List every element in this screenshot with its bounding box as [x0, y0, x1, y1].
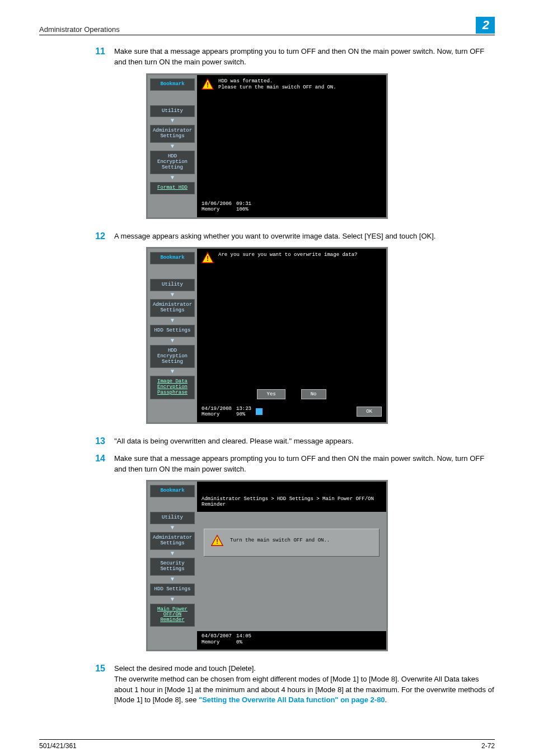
screen2-message: Are you sure you want to overwrite image…: [218, 252, 357, 258]
chapter-number: 2: [476, 17, 495, 34]
sidebar-power-reminder[interactable]: Main Power OFF/ON Reminder: [150, 604, 195, 627]
status-date: 04/19/2008: [202, 406, 232, 412]
sidebar-utility[interactable]: Utility: [150, 279, 195, 291]
status-memory-label: Memory: [202, 640, 232, 645]
sidebar-hdd-encryption[interactable]: HDD Encryption Setting: [150, 345, 195, 368]
sidebar-utility[interactable]: Utility: [150, 105, 195, 118]
step15-line1: Select the desired mode and touch [Delet…: [114, 664, 256, 673]
step-number: 13: [90, 436, 105, 447]
status-date: 04/03/2007: [202, 633, 232, 639]
overwrite-function-link[interactable]: "Setting the Overwrite All Data function…: [199, 696, 385, 704]
screen1-sidebar: Bookmark Utility ▼ Administrator Setting…: [148, 75, 197, 199]
screen3-main: Administrator Settings > HDD Settings > …: [197, 482, 386, 631]
down-arrow-icon: ▼: [150, 525, 195, 531]
message-line1: HDD was formatted.: [218, 78, 336, 85]
screen2-sidebar: Bookmark Utility ▼ Administrator Setting…: [148, 249, 197, 404]
message-line2: Please turn the main switch OFF and ON.: [218, 85, 336, 91]
down-arrow-icon: ▼: [150, 338, 195, 344]
sidebar-hdd-settings[interactable]: HDD Settings: [150, 325, 195, 337]
svg-text:!: !: [215, 538, 219, 547]
step-text: "All data is being overwritten and clear…: [114, 436, 495, 447]
sidebar-admin-settings[interactable]: Administrator Settings: [150, 532, 195, 550]
yes-button[interactable]: Yes: [257, 389, 285, 399]
screen3-statusbar: 04/03/2007 Memory 14:05 0%: [199, 632, 384, 647]
status-time: 14:05: [236, 633, 251, 639]
screen1-message: HDD was formatted. Please turn the main …: [218, 78, 336, 91]
step-text: Make sure that a message appears prompti…: [114, 454, 495, 475]
down-arrow-icon: ▼: [150, 577, 195, 582]
status-memory-label: Memory: [202, 207, 232, 212]
down-arrow-icon: ▼: [150, 369, 195, 375]
status-time: 09:31: [236, 201, 251, 207]
device-screen-1: Bookmark Utility ▼ Administrator Setting…: [146, 73, 388, 219]
step-number: 15: [90, 664, 105, 706]
status-time: 13:23: [236, 406, 251, 412]
step-text: Make sure that a message appears prompti…: [114, 46, 495, 68]
step-text: Select the desired mode and touch [Delet…: [114, 664, 495, 706]
device-screen-3: Bookmark Utility ▼ Administrator Setting…: [146, 480, 388, 651]
sidebar-security-settings[interactable]: Security Settings: [150, 558, 195, 576]
screen3-warning-box: ! Turn the main switch OFF and ON..: [204, 529, 380, 557]
sidebar-bookmark[interactable]: Bookmark: [150, 252, 195, 264]
svg-text:!: !: [205, 81, 210, 90]
down-arrow-icon: ▼: [150, 597, 195, 603]
screen1-statusbar: 10/06/2006 Memory 09:31 100%: [199, 200, 384, 215]
svg-text:!: !: [205, 255, 210, 264]
step-number: 14: [90, 454, 105, 475]
sidebar-bookmark[interactable]: Bookmark: [150, 78, 195, 91]
section-title: Administrator Operations: [39, 25, 120, 34]
sidebar-hdd-encryption[interactable]: HDD Encryption Setting: [150, 151, 195, 174]
step-12: 12 A message appears asking whether you …: [90, 231, 495, 242]
down-arrow-icon: ▼: [150, 118, 195, 124]
step15-line2b: .: [385, 696, 387, 704]
footer-page: 2-72: [481, 742, 495, 750]
warning-icon: !: [211, 535, 223, 546]
screen3-breadcrumb: Administrator Settings > HDD Settings > …: [197, 491, 386, 512]
status-memory-value: 90%: [236, 412, 251, 417]
page-footer: 501/421/361 2-72: [39, 739, 495, 750]
sidebar-bookmark[interactable]: Bookmark: [150, 485, 195, 497]
sidebar-passphrase[interactable]: Image Data Encryption Passphrase: [150, 376, 195, 399]
screen2-main: ! Are you sure you want to overwrite ima…: [197, 249, 386, 404]
status-memory-value: 100%: [236, 207, 251, 212]
footer-model: 501/421/361: [39, 742, 77, 750]
page-header: Administrator Operations 2: [39, 17, 495, 35]
screen2-statusbar: 04/19/2008 Memory 13:23 90% OK: [199, 405, 384, 420]
step-text: A message appears asking whether you wan…: [114, 231, 495, 242]
sidebar-utility[interactable]: Utility: [150, 512, 195, 524]
sidebar-admin-settings[interactable]: Administrator Settings: [150, 125, 195, 143]
status-memory-value: 0%: [236, 640, 251, 645]
step-11: 11 Make sure that a message appears prom…: [90, 46, 495, 68]
device-screen-2: Bookmark Utility ▼ Administrator Setting…: [146, 247, 388, 423]
step-15: 15 Select the desired mode and touch [De…: [90, 664, 495, 706]
status-date: 10/06/2006: [202, 201, 232, 207]
step-number: 12: [90, 231, 105, 242]
status-memory-label: Memory: [202, 412, 232, 417]
step-number: 11: [90, 46, 105, 68]
down-arrow-icon: ▼: [150, 292, 195, 298]
sidebar-hdd-settings[interactable]: HDD Settings: [150, 584, 195, 596]
down-arrow-icon: ▼: [150, 551, 195, 557]
step-13: 13 "All data is being overwritten and cl…: [90, 436, 495, 447]
warning-icon: !: [202, 78, 214, 90]
ok-button[interactable]: OK: [357, 407, 382, 417]
status-indicator-icon: [256, 408, 263, 415]
no-button[interactable]: No: [301, 389, 326, 399]
down-arrow-icon: ▼: [150, 144, 195, 150]
sidebar-format-hdd[interactable]: Format HDD: [150, 182, 195, 194]
down-arrow-icon: ▼: [150, 175, 195, 181]
screen3-message: Turn the main switch OFF and ON..: [230, 538, 330, 543]
sidebar-admin-settings[interactable]: Administrator Settings: [150, 299, 195, 317]
down-arrow-icon: ▼: [150, 318, 195, 324]
screen1-main: ! HDD was formatted. Please turn the mai…: [197, 75, 386, 199]
warning-icon: !: [202, 252, 214, 263]
screen3-sidebar: Bookmark Utility ▼ Administrator Setting…: [148, 482, 197, 631]
step-14: 14 Make sure that a message appears prom…: [90, 454, 495, 475]
